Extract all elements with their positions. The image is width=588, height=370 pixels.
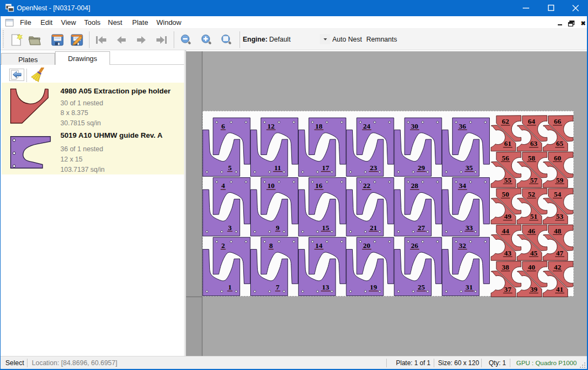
- svg-text:5: 5: [228, 164, 232, 172]
- svg-text:30: 30: [411, 122, 419, 130]
- svg-text:27: 27: [418, 224, 425, 232]
- svg-text:58: 58: [528, 154, 535, 162]
- svg-text:12: 12: [268, 122, 275, 130]
- svg-text:25: 25: [418, 283, 425, 291]
- svg-text:17: 17: [322, 164, 330, 172]
- svg-text:51: 51: [530, 212, 538, 220]
- svg-text:59: 59: [556, 176, 564, 184]
- svg-text:14: 14: [315, 241, 323, 250]
- svg-text:49: 49: [504, 212, 511, 220]
- svg-text:35: 35: [466, 164, 473, 172]
- svg-text:7: 7: [276, 283, 279, 291]
- svg-text:8: 8: [269, 241, 273, 250]
- svg-text:48: 48: [554, 227, 562, 235]
- svg-text:1: 1: [228, 283, 232, 291]
- svg-text:16: 16: [315, 181, 323, 190]
- svg-text:32: 32: [459, 241, 467, 250]
- svg-text:60: 60: [554, 154, 562, 162]
- svg-text:38: 38: [502, 263, 509, 271]
- svg-text:44: 44: [502, 227, 509, 235]
- svg-text:47: 47: [556, 249, 564, 257]
- svg-text:4: 4: [221, 181, 225, 190]
- svg-text:22: 22: [363, 181, 371, 190]
- svg-text:34: 34: [459, 181, 467, 190]
- svg-text:19: 19: [370, 283, 377, 291]
- svg-text:53: 53: [556, 212, 564, 220]
- svg-text:50: 50: [502, 190, 509, 198]
- svg-text:36: 36: [459, 122, 467, 130]
- svg-text:63: 63: [530, 139, 538, 147]
- svg-text:13: 13: [322, 283, 330, 291]
- svg-text:65: 65: [556, 139, 564, 147]
- svg-text:62: 62: [502, 117, 509, 125]
- svg-text:24: 24: [363, 122, 371, 130]
- svg-text:18: 18: [315, 122, 323, 130]
- svg-text:28: 28: [411, 181, 419, 190]
- svg-text:40: 40: [528, 263, 535, 271]
- svg-text:54: 54: [554, 190, 562, 198]
- svg-text:42: 42: [554, 263, 562, 271]
- svg-text:6: 6: [221, 122, 225, 130]
- svg-text:46: 46: [528, 227, 535, 235]
- svg-text:37: 37: [504, 285, 511, 293]
- svg-text:57: 57: [530, 176, 538, 184]
- svg-text:56: 56: [502, 154, 509, 162]
- svg-text:20: 20: [363, 241, 371, 250]
- svg-text:41: 41: [556, 285, 564, 293]
- svg-text:23: 23: [370, 164, 377, 172]
- svg-text:61: 61: [504, 139, 511, 147]
- svg-text:33: 33: [466, 224, 473, 232]
- svg-text:66: 66: [554, 117, 562, 125]
- svg-text:64: 64: [528, 117, 535, 125]
- svg-text:11: 11: [274, 164, 281, 172]
- svg-text:15: 15: [322, 224, 330, 232]
- svg-text:39: 39: [530, 285, 538, 293]
- svg-text:31: 31: [466, 283, 473, 291]
- svg-text:26: 26: [411, 241, 419, 250]
- svg-text:55: 55: [504, 176, 511, 184]
- svg-text:29: 29: [418, 164, 425, 172]
- svg-text:9: 9: [276, 224, 279, 232]
- svg-text:2: 2: [221, 241, 225, 250]
- svg-text:45: 45: [530, 249, 538, 257]
- svg-text:21: 21: [370, 224, 377, 232]
- svg-text:52: 52: [528, 190, 535, 198]
- svg-text:10: 10: [268, 181, 275, 190]
- svg-text:43: 43: [504, 249, 511, 257]
- svg-text:3: 3: [228, 224, 232, 232]
